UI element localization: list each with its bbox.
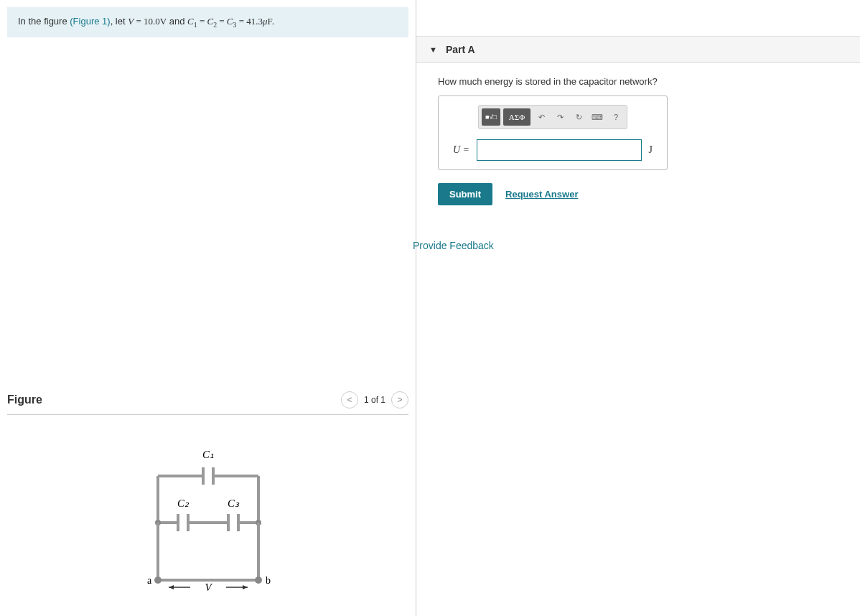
help-button[interactable]: ?	[608, 108, 624, 126]
figure-header: Figure < 1 of 1 >	[7, 391, 408, 415]
c3-label: C₃	[227, 498, 239, 509]
unit-label: J	[649, 144, 653, 156]
eq1: =	[197, 16, 207, 27]
problem-statement: In the figure (Figure 1), let V = 10.0V …	[7, 7, 408, 37]
c2-label: C₂	[177, 498, 189, 509]
c3-var: C	[227, 16, 233, 27]
request-answer-link[interactable]: Request Answer	[505, 189, 578, 200]
problem-text: , let	[111, 16, 128, 27]
voltage-val: = 10.0V	[134, 16, 167, 27]
figure-title: Figure	[7, 393, 42, 406]
figure-nav: < 1 of 1 >	[341, 391, 408, 409]
voltage-var: V	[128, 16, 134, 27]
c2-var: C	[207, 16, 213, 27]
undo-button[interactable]: ↶	[533, 108, 549, 126]
templates-button[interactable]: ■√□	[482, 108, 500, 126]
figure-reference-link[interactable]: (Figure 1)	[70, 16, 110, 27]
svg-marker-23	[243, 585, 248, 589]
part-header[interactable]: ▼ Part A	[416, 36, 860, 63]
c1-label: C₁	[202, 449, 213, 460]
variable-label: U =	[453, 144, 469, 156]
svg-point-19	[255, 577, 262, 584]
provide-feedback-link[interactable]: Provide Feedback	[413, 218, 860, 251]
answer-box: ■√□ ΑΣΦ ↶ ↷ ↻ ⌨ ? U = J	[438, 95, 668, 170]
left-panel: In the figure (Figure 1), let V = 10.0V …	[0, 0, 416, 616]
redo-button[interactable]: ↷	[552, 108, 568, 126]
eq3: = 41.3	[236, 16, 263, 27]
unit-end: F.	[268, 16, 274, 27]
collapse-icon: ▼	[429, 45, 437, 54]
problem-prefix: In the figure	[18, 16, 70, 27]
figure-next-button[interactable]: >	[391, 391, 408, 409]
submit-row: Submit Request Answer	[416, 170, 860, 218]
submit-button[interactable]: Submit	[438, 183, 492, 205]
eq2: =	[217, 16, 227, 27]
question-text: How much energy is stored in the capacit…	[416, 63, 860, 95]
figure-section: Figure < 1 of 1 > C₁	[0, 391, 416, 609]
node-b-label: b	[266, 575, 271, 586]
reset-button[interactable]: ↻	[571, 108, 586, 126]
keyboard-button[interactable]: ⌨	[589, 108, 605, 126]
node-a-label: a	[147, 575, 152, 586]
right-panel: ▼ Part A How much energy is stored in th…	[416, 0, 860, 616]
answer-input[interactable]	[477, 139, 641, 161]
greek-button[interactable]: ΑΣΦ	[503, 108, 531, 126]
figure-nav-text: 1 of 1	[364, 395, 385, 405]
figure-image: C₁ C₂ C₃	[7, 429, 408, 609]
v-label: V	[205, 582, 212, 593]
input-row: U = J	[447, 139, 658, 161]
circuit-diagram: C₁ C₂ C₃	[136, 437, 280, 602]
svg-point-18	[154, 577, 162, 584]
problem-and: and	[167, 16, 187, 27]
equation-toolbar: ■√□ ΑΣΦ ↶ ↷ ↻ ⌨ ?	[478, 105, 627, 129]
c1-var: C	[187, 16, 194, 27]
figure-prev-button[interactable]: <	[341, 391, 358, 409]
svg-marker-21	[169, 585, 174, 589]
part-title: Part A	[446, 44, 475, 55]
